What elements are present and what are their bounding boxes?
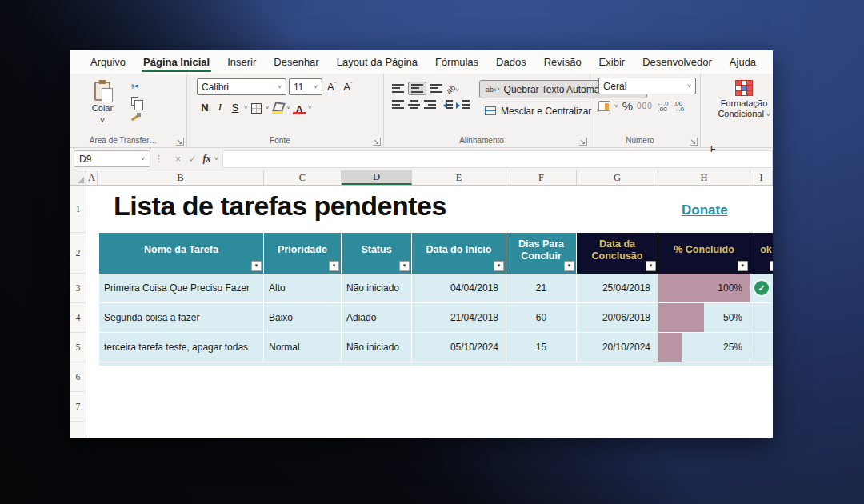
- insert-function-button[interactable]: fx: [200, 153, 214, 165]
- increase-indent-button[interactable]: [457, 100, 470, 109]
- increase-decimal-button[interactable]: ←.0.00: [657, 101, 669, 112]
- align-bottom-button[interactable]: [430, 84, 442, 93]
- column-header-a[interactable]: A: [86, 170, 98, 185]
- donate-link[interactable]: Donate: [682, 202, 728, 218]
- paste-button[interactable]: Colar ˅: [83, 79, 122, 134]
- number-format-select[interactable]: Geral˅: [598, 78, 696, 94]
- font-color-button[interactable]: A: [293, 99, 306, 115]
- borders-button[interactable]: [250, 99, 263, 115]
- header-data-do-inicio[interactable]: Data do Início▼: [412, 233, 506, 274]
- cell-days[interactable]: 15: [506, 333, 577, 362]
- cell-end-date[interactable]: 20/10/2024: [577, 333, 658, 362]
- column-header-g[interactable]: G: [577, 170, 658, 185]
- menu-layout-da-pagina[interactable]: Layout da Página: [328, 50, 426, 74]
- filter-dropdown-icon[interactable]: ▼: [770, 261, 773, 271]
- decrease-font-button[interactable]: Aˇ: [341, 81, 354, 93]
- align-center-button[interactable]: [408, 100, 420, 109]
- column-header-e[interactable]: E: [412, 170, 506, 185]
- column-header-f[interactable]: F: [506, 170, 577, 185]
- enter-button[interactable]: ✓: [186, 154, 199, 165]
- header-dias-para-concluir[interactable]: Dias Para Concluir▼: [506, 233, 577, 274]
- cell-task-name[interactable]: Primeira Coisa Que Preciso Fazer: [99, 274, 264, 303]
- row-header-4[interactable]: 4: [70, 303, 86, 333]
- header-data-da-conclusao[interactable]: Data da Conclusão▼: [577, 233, 658, 274]
- dialog-launcher-icon[interactable]: ↘: [373, 138, 381, 146]
- dialog-launcher-icon[interactable]: ↘: [176, 138, 184, 146]
- chevron-down-icon[interactable]: ˅: [266, 104, 270, 111]
- dialog-launcher-icon[interactable]: ↘: [579, 138, 587, 146]
- filter-dropdown-icon[interactable]: ▼: [251, 261, 262, 271]
- cell-task-name[interactable]: terceira tarefa teste, apagar todas: [99, 333, 264, 362]
- cell-task-name[interactable]: Segunda coisa a fazer: [99, 303, 264, 333]
- decrease-indent-button[interactable]: [440, 100, 453, 109]
- row-header-1[interactable]: 1: [70, 186, 86, 233]
- menu-ajuda[interactable]: Ajuda: [721, 50, 765, 74]
- cell-priority[interactable]: Baixo: [264, 303, 342, 333]
- cell-priority[interactable]: Alto: [264, 274, 342, 303]
- align-middle-button[interactable]: [408, 82, 426, 95]
- header-ok[interactable]: ok▼: [750, 233, 773, 274]
- cell-priority[interactable]: Normal: [264, 333, 342, 362]
- sheet-title[interactable]: Lista de tarefas pendentes: [114, 190, 446, 222]
- header-status[interactable]: Status▼: [342, 233, 412, 274]
- select-all-corner[interactable]: [70, 170, 86, 185]
- format-painter-button[interactable]: [131, 110, 144, 122]
- font-name-select[interactable]: Calibri˅: [197, 78, 286, 95]
- header-prioridade[interactable]: Prioridade▼: [264, 233, 342, 274]
- header-pct-concluido[interactable]: % Concluído▼: [658, 233, 750, 274]
- percent-style-button[interactable]: %: [622, 99, 633, 113]
- dialog-launcher-icon[interactable]: ↘: [690, 138, 698, 146]
- menu-desenvolvedor[interactable]: Desenvolvedor: [634, 50, 721, 74]
- menu-dados[interactable]: Dados: [487, 50, 535, 74]
- comma-style-button[interactable]: 000: [637, 102, 653, 110]
- cut-button[interactable]: ✂: [131, 80, 144, 92]
- cell-ok[interactable]: [750, 333, 773, 362]
- column-header-h[interactable]: H: [658, 170, 750, 185]
- font-size-select[interactable]: 11˅: [289, 78, 322, 95]
- orientation-button[interactable]: ab˅: [446, 81, 459, 95]
- cell-pct-complete[interactable]: 50%: [658, 303, 750, 333]
- filter-dropdown-icon[interactable]: ▼: [646, 261, 656, 271]
- menu-inserir[interactable]: Inserir: [218, 50, 265, 74]
- cell-end-date[interactable]: 20/06/2018: [577, 303, 658, 333]
- filter-dropdown-icon[interactable]: ▼: [494, 261, 504, 271]
- cell-start-date[interactable]: 05/10/2024: [412, 333, 506, 362]
- cell-ok[interactable]: ✓: [750, 274, 773, 303]
- bold-button[interactable]: N: [198, 99, 211, 115]
- cell-status[interactable]: Não iniciado: [342, 274, 412, 303]
- column-header-c[interactable]: C: [264, 170, 342, 185]
- align-right-button[interactable]: [424, 100, 436, 109]
- cell-status[interactable]: Não iniciado: [342, 333, 412, 362]
- row-header-5[interactable]: 5: [70, 333, 86, 362]
- row-header-2[interactable]: 2: [70, 233, 86, 274]
- filter-dropdown-icon[interactable]: ▼: [329, 261, 339, 271]
- align-top-button[interactable]: [392, 84, 404, 93]
- cell-start-date[interactable]: 04/04/2018: [412, 274, 506, 303]
- underline-button[interactable]: S: [229, 99, 242, 115]
- menu-exibir[interactable]: Exibir: [590, 50, 634, 74]
- header-nome-da-tarefa[interactable]: Nome da Tarefa▼: [99, 233, 264, 274]
- cancel-button[interactable]: ×: [171, 154, 185, 165]
- cell-pct-complete[interactable]: 100%: [658, 274, 750, 303]
- menu-desenhar[interactable]: Desenhar: [265, 50, 327, 74]
- accounting-format-icon[interactable]: [598, 101, 610, 111]
- column-header-d-selected[interactable]: D: [342, 170, 412, 185]
- italic-button[interactable]: I: [214, 99, 226, 115]
- menu-arquivo[interactable]: Arquivo: [82, 50, 134, 74]
- conditional-formatting-button[interactable]: FormataçãoCondicional ˅: [714, 80, 773, 120]
- decrease-decimal-button[interactable]: .00→.0: [672, 101, 684, 112]
- align-left-button[interactable]: [392, 100, 404, 109]
- column-header-i[interactable]: I: [750, 170, 773, 185]
- row-header-7[interactable]: 7: [70, 392, 86, 422]
- chevron-down-icon[interactable]: ˅: [614, 102, 618, 110]
- cell-ok[interactable]: [750, 303, 773, 333]
- menu-formulas[interactable]: Fórmulas: [426, 50, 487, 74]
- fill-color-button[interactable]: [271, 99, 284, 115]
- cell-days[interactable]: 60: [506, 303, 577, 333]
- copy-button[interactable]: ˅: [131, 95, 144, 107]
- cell-days[interactable]: 21: [506, 274, 577, 303]
- increase-font-button[interactable]: Aˆ: [325, 81, 338, 93]
- filter-dropdown-icon[interactable]: ▼: [564, 261, 574, 271]
- row-header-3[interactable]: 3: [70, 274, 86, 303]
- cell-status[interactable]: Adiado: [342, 303, 412, 333]
